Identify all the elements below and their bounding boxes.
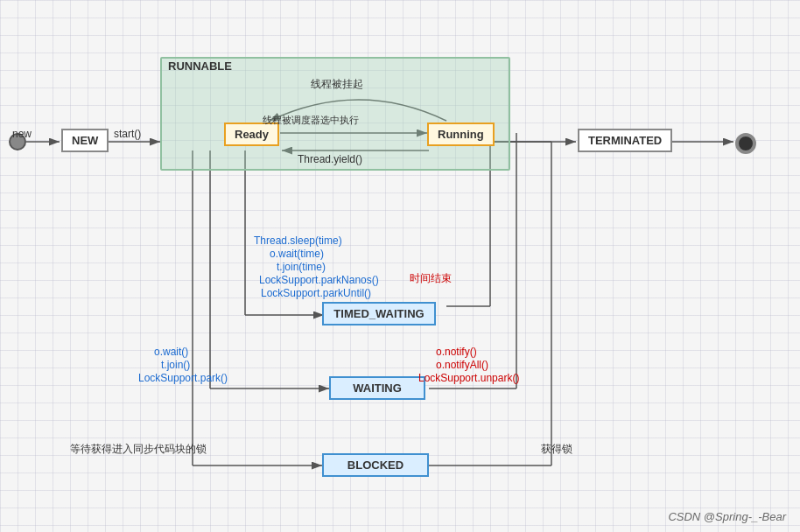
start-label: start() — [114, 128, 141, 140]
lock-unpark-label: LockSupport.unpark() — [418, 372, 519, 384]
lock-park-label: LockSupport.park() — [138, 372, 228, 384]
diagram-container: RUNNABLE NEW Ready Running TERMINATED TI… — [0, 0, 800, 532]
waiting-state: WAITING — [329, 376, 425, 400]
scheduler-label: 线程被调度器选中执行 — [263, 114, 359, 127]
o-notify-all-label: o.notifyAll() — [436, 359, 488, 371]
end-circle — [735, 133, 756, 154]
o-wait-label: o.wait() — [154, 346, 188, 358]
t-join-time-label: t.join(time) — [277, 261, 326, 273]
suspended-label: 线程被挂起 — [311, 77, 363, 92]
park-nanos-label: LockSupport.parkNanos() — [259, 274, 379, 286]
park-until-label: LockSupport.parkUntil() — [261, 287, 371, 299]
o-notify-label: o.notify() — [436, 346, 477, 358]
timed-waiting-state: TIMED_WAITING — [322, 302, 436, 326]
runnable-label: RUNNABLE — [168, 60, 232, 73]
watermark: CSDN @Spring-_-Bear — [668, 510, 786, 523]
terminated-state: TERMINATED — [578, 129, 672, 152]
blocked-state: BLOCKED — [322, 453, 429, 477]
yield-label: Thread.yield() — [298, 153, 362, 165]
new-label: new — [12, 128, 32, 140]
o-wait-time-label: o.wait(time) — [270, 248, 324, 260]
wait-lock-label: 等待获得进入同步代码块的锁 — [70, 442, 207, 457]
running-state: Running — [427, 122, 495, 146]
get-lock-label: 获得锁 — [541, 442, 572, 457]
time-end-label: 时间结束 — [410, 271, 452, 286]
t-join-label: t.join() — [161, 359, 190, 371]
sleep-label: Thread.sleep(time) — [254, 234, 342, 247]
new-state: NEW — [61, 129, 109, 152]
